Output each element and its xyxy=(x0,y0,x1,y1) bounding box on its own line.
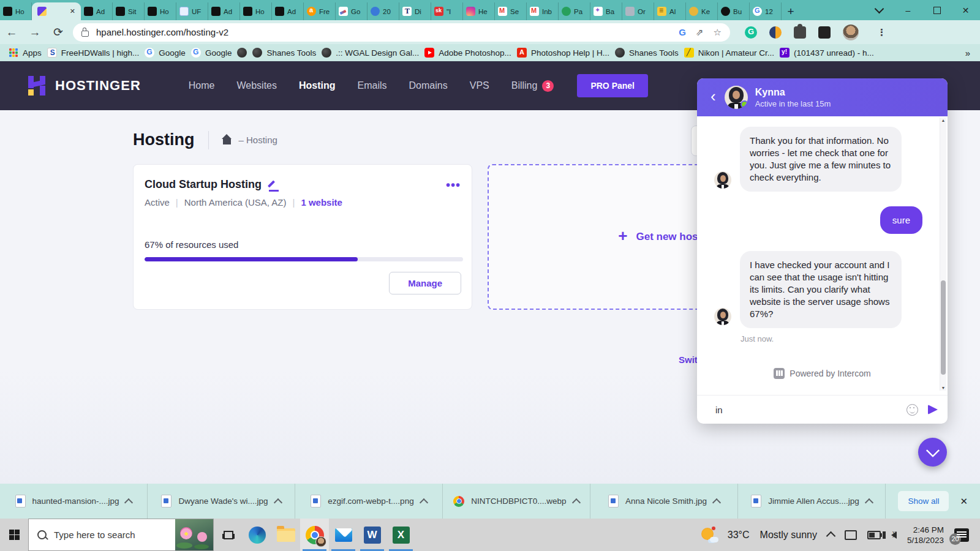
chevron-up-icon[interactable] xyxy=(572,498,581,506)
url-text[interactable]: hpanel.hostinger.com/hosting-v2 xyxy=(96,27,669,37)
browser-tab[interactable]: Ho xyxy=(0,2,32,20)
address-bar[interactable]: hpanel.hostinger.com/hosting-v2 G ⇗ ☆ xyxy=(73,23,730,42)
card-menu-icon[interactable]: ••• xyxy=(446,182,461,188)
browser-tab[interactable]: Se xyxy=(495,2,527,20)
task-view-button[interactable] xyxy=(214,519,243,551)
browser-tab-active-hostinger[interactable]: ✕ xyxy=(32,2,81,20)
scroll-up-icon[interactable]: ▲ xyxy=(940,118,946,122)
browser-tab[interactable]: Ad xyxy=(81,2,113,20)
browser-tab[interactable]: Inb xyxy=(527,2,559,20)
browser-tab[interactable]: "I xyxy=(431,2,463,20)
back-button[interactable]: ← xyxy=(0,26,23,39)
nav-item-domains[interactable]: Domains xyxy=(409,80,448,91)
edge-button[interactable] xyxy=(243,519,271,551)
search-highlight-image[interactable] xyxy=(175,519,213,551)
chat-scrollbar[interactable]: ▲ ▼ xyxy=(940,118,946,391)
bookmark-adobe-photoshop[interactable]: Adobe Photoshop... xyxy=(424,48,511,58)
browser-tab[interactable]: Sit xyxy=(113,2,145,20)
reload-button[interactable]: ⟳ xyxy=(47,25,70,39)
file-explorer-button[interactable] xyxy=(271,519,300,551)
scroll-down-icon[interactable]: ▼ xyxy=(940,386,946,390)
bookmark-google[interactable]: Google xyxy=(145,48,186,58)
minimize-button[interactable]: – xyxy=(894,0,922,20)
share-icon[interactable]: ⇗ xyxy=(696,27,704,38)
bookmark-star-icon[interactable]: ☆ xyxy=(714,27,722,38)
chat-launcher-button[interactable] xyxy=(918,438,947,467)
chevron-up-icon[interactable] xyxy=(712,498,721,506)
bookmark-apps[interactable]: Apps xyxy=(9,48,42,58)
browser-tab[interactable]: 20 xyxy=(368,2,399,20)
chat-input-value[interactable]: in xyxy=(715,405,907,415)
maximize-button[interactable] xyxy=(922,0,951,20)
extensions-puzzle-icon[interactable] xyxy=(794,26,806,39)
tab-close-icon[interactable]: ✕ xyxy=(70,7,75,15)
reading-list-icon[interactable] xyxy=(818,26,831,39)
browser-tab[interactable]: 12 xyxy=(750,2,782,20)
emoji-icon[interactable] xyxy=(907,404,918,416)
download-item[interactable]: Jimmie Allen Accus....jpg xyxy=(738,484,886,519)
weather-temp[interactable]: 33°C xyxy=(728,530,750,541)
bookmarks-overflow-icon[interactable]: » xyxy=(965,48,970,58)
browser-tab[interactable]: UF xyxy=(176,2,208,20)
nav-item-home[interactable]: Home xyxy=(189,80,215,91)
nav-item-billing[interactable]: Billing 3 xyxy=(511,80,554,92)
download-item[interactable]: ezgif.com-webp-t....png xyxy=(295,484,443,519)
scrollbar-thumb[interactable] xyxy=(941,280,946,375)
browser-tab[interactable]: Ke xyxy=(686,2,718,20)
new-tab-button[interactable]: + xyxy=(782,2,800,20)
display-tray-icon[interactable] xyxy=(845,530,857,540)
bookmark-photoshop-help[interactable]: Photoshop Help | H... xyxy=(517,48,609,58)
bookmark-shanes-tools[interactable]: Shanes Tools xyxy=(615,48,679,58)
browser-tab[interactable]: Al xyxy=(654,2,686,20)
grammarly-extension-icon[interactable] xyxy=(745,26,757,39)
edit-pencil-icon[interactable] xyxy=(269,180,279,190)
google-icon[interactable]: G xyxy=(679,27,686,37)
chrome-button-active[interactable] xyxy=(300,519,329,551)
close-window-button[interactable]: ✕ xyxy=(951,0,980,20)
orange-extension-icon[interactable] xyxy=(769,26,782,39)
nav-item-emails[interactable]: Emails xyxy=(358,80,387,91)
browser-tab[interactable]: Di xyxy=(399,2,431,20)
start-button[interactable] xyxy=(0,519,28,551)
weather-desc[interactable]: Mostly sunny xyxy=(760,530,817,541)
powered-by-intercom[interactable]: Powered by Intercom xyxy=(697,368,948,379)
browser-menu-icon[interactable]: ⋮ xyxy=(877,31,886,34)
chat-back-icon[interactable]: ‹ xyxy=(710,87,716,106)
pro-panel-button[interactable]: PRO Panel xyxy=(577,74,648,97)
bookmark-unlabeled[interactable] xyxy=(237,48,247,58)
websites-link[interactable]: 1 website xyxy=(301,197,342,208)
tab-search-chevron-icon[interactable] xyxy=(865,0,894,20)
send-icon[interactable] xyxy=(928,405,938,414)
chevron-up-icon[interactable] xyxy=(273,498,282,506)
bookmark-shanes-tools[interactable]: Shanes Tools xyxy=(252,48,316,58)
nav-item-hosting[interactable]: Hosting xyxy=(299,80,336,91)
switch-link-partial[interactable]: Swit xyxy=(679,354,698,365)
download-item[interactable]: Anna Nicole Smith.jpg xyxy=(590,484,738,519)
manage-button[interactable]: Manage xyxy=(389,272,461,294)
browser-tab[interactable]: Bu xyxy=(718,2,750,20)
mail-button[interactable] xyxy=(329,519,358,551)
browser-tab[interactable]: Ba xyxy=(590,2,622,20)
download-item[interactable]: Dwyane Wade's wi....jpg xyxy=(148,484,295,519)
profile-avatar[interactable] xyxy=(843,24,859,40)
download-item[interactable]: haunted-mansion-....jpg xyxy=(0,484,148,519)
hostinger-brand-text[interactable]: HOSTINGER xyxy=(55,78,141,94)
volume-icon[interactable] xyxy=(891,531,897,539)
word-button[interactable]: W xyxy=(358,519,386,551)
browser-tab[interactable]: Ho xyxy=(240,2,272,20)
show-all-downloads-button[interactable]: Show all xyxy=(898,491,949,511)
chevron-up-icon[interactable] xyxy=(420,498,428,506)
action-center-icon[interactable]: 20 xyxy=(954,528,969,542)
bookmark-yahoo-mail[interactable]: (101437 unread) - h... xyxy=(780,48,874,58)
taskbar-search[interactable]: Type here to search xyxy=(28,519,214,551)
tray-expand-chevron-icon[interactable] xyxy=(826,531,836,541)
battery-icon[interactable] xyxy=(867,531,881,539)
browser-tab[interactable]: Ad xyxy=(272,2,304,20)
browser-tab[interactable]: Ho xyxy=(145,2,176,20)
chat-input-bar[interactable]: in xyxy=(697,395,948,424)
nav-item-vps[interactable]: VPS xyxy=(470,80,489,91)
download-item[interactable]: NINTCHDBPICT0....webp xyxy=(443,484,590,519)
home-breadcrumb-icon[interactable] xyxy=(222,135,233,144)
forward-button[interactable]: → xyxy=(23,26,47,39)
taskbar-clock[interactable]: 2:46 PM 5/18/2023 xyxy=(907,525,944,545)
